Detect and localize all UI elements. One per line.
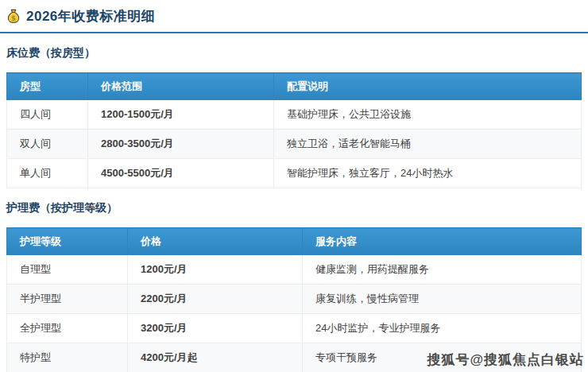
table-row: 四人间 1200-1500元/月 基础护理床，公共卫浴设施 [7,100,582,130]
table-header-row: 护理等级 价格 服务内容 [7,228,582,255]
price-cell: 1200-1500元/月 [88,100,274,130]
table-row: 双人间 2800-3500元/月 独立卫浴，适老化智能马桶 [7,130,582,159]
room-type-cell: 单人间 [7,159,88,188]
room-type-cell: 四人间 [7,100,88,130]
column-header-nursing-level: 护理等级 [7,228,128,255]
watermark: 搜狐号@搜狐焦点白银站 [427,351,584,369]
nursing-level-cell: 半护理型 [7,285,128,314]
description-cell: 独立卫浴，适老化智能马桶 [274,130,582,159]
nursing-level-cell: 自理型 [7,255,128,285]
table-row: 自理型 1200元/月 健康监测，用药提醒服务 [7,255,582,285]
nursing-level-cell: 特护型 [7,343,128,372]
column-header-room-type: 房型 [7,73,88,100]
service-cell: 健康监测，用药提醒服务 [303,255,582,285]
service-cell: 康复训练，慢性病管理 [303,285,582,314]
section-heading-nursing-fee: 护理费（按护理等级） [6,201,582,215]
price-cell: 1200元/月 [128,255,303,285]
price-cell: 3200元/月 [128,314,303,343]
price-cell: 2200元/月 [128,285,303,314]
page-title: 2026年收费标准明细 [26,7,155,25]
service-cell: 24小时监护，专业护理服务 [303,314,582,343]
title-divider [0,32,588,33]
room-type-cell: 双人间 [7,130,88,159]
column-header-configuration: 配置说明 [274,73,582,100]
description-cell: 基础护理床，公共卫浴设施 [274,100,582,130]
bed-fee-table: 房型 价格范围 配置说明 四人间 1200-1500元/月 基础护理床，公共卫浴… [6,72,582,188]
price-cell: 4500-5500元/月 [88,159,274,188]
column-header-price-range: 价格范围 [88,73,274,100]
table-row: 单人间 4500-5500元/月 智能护理床，独立客厅，24小时热水 [7,159,582,188]
nursing-level-cell: 全护理型 [7,314,128,343]
page-header: $ 2026年收费标准明细 [6,0,582,25]
table-row: 全护理型 3200元/月 24小时监护，专业护理服务 [7,314,582,343]
price-cell: 2800-3500元/月 [88,130,274,159]
table-header-row: 房型 价格范围 配置说明 [7,73,582,100]
fee-details-page: $ 2026年收费标准明细 床位费（按房型） 房型 价格范围 配置说明 四人间 … [0,0,588,372]
description-cell: 智能护理床，独立客厅，24小时热水 [274,159,582,188]
price-cell: 4200元/月起 [128,343,303,372]
svg-text:$: $ [11,14,16,22]
column-header-service-content: 服务内容 [303,228,582,255]
section-heading-bed-fee: 床位费（按房型） [6,46,582,60]
money-bag-icon: $ [6,9,21,24]
column-header-price: 价格 [128,228,303,255]
table-row: 半护理型 2200元/月 康复训练，慢性病管理 [7,285,582,314]
